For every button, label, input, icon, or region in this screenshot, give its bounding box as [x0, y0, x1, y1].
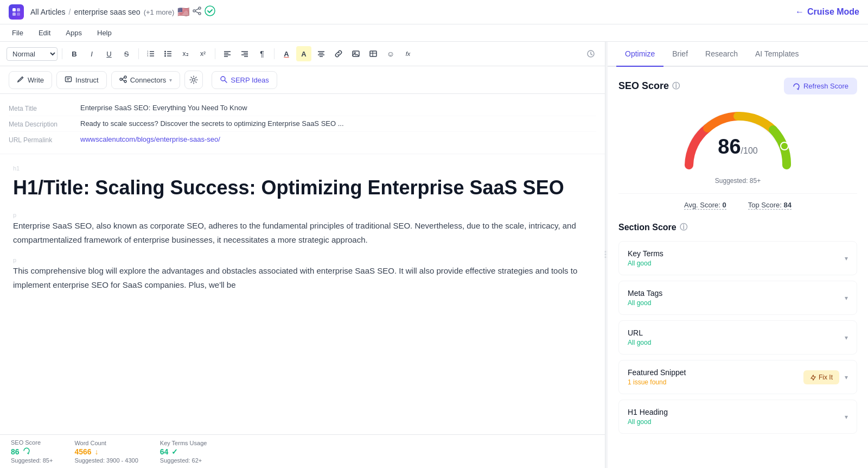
section-meta-tags-status: All good — [628, 299, 662, 307]
cruise-mode-button[interactable]: ← Cruise Mode — [795, 7, 859, 17]
menu-edit[interactable]: Edit — [35, 27, 54, 39]
align-center-button[interactable] — [314, 46, 329, 61]
fix-it-label: Fix It — [819, 374, 833, 381]
url-chevron-icon: ▾ — [845, 334, 848, 341]
seo-score-status-label: SEO Score — [11, 439, 53, 446]
svg-point-43 — [124, 76, 126, 78]
svg-point-35 — [354, 52, 356, 54]
check-icon[interactable] — [205, 5, 215, 18]
top-score: Top Score: 84 — [748, 200, 792, 210]
word-count-label: Word Count — [74, 440, 138, 446]
underline-button[interactable]: U — [101, 46, 117, 61]
toolbar-separator-1 — [62, 48, 62, 59]
meta-url-value[interactable]: wwwscalenutcom/blogs/enterprise-saas-seo… — [80, 135, 596, 143]
section-featured-snippet-header[interactable]: Featured Snippet 1 issue found Fix It ▾ — [619, 361, 857, 394]
connectors-chevron-icon: ▾ — [169, 77, 172, 83]
history-button[interactable] — [583, 46, 598, 61]
key-terms-status: Key Terms Usage 64 ✓ Suggested: 62+ — [160, 440, 207, 464]
serp-icon — [220, 75, 227, 85]
serp-ideas-label: SERP Ideas — [231, 76, 269, 84]
avg-score-label[interactable]: Avg. Score: 0 — [684, 201, 726, 210]
emoji-button[interactable]: ☺ — [383, 46, 398, 61]
section-score-title: Section Score — [618, 223, 676, 232]
format-select[interactable]: Normal Heading 1 Heading 2 Heading 3 — [7, 47, 58, 61]
menu-help[interactable]: Help — [94, 27, 115, 39]
section-h1-heading-title: H1 Heading — [628, 408, 668, 416]
fix-it-button[interactable]: Fix It — [803, 370, 839, 384]
flag-icon[interactable]: 🇺🇸 — [177, 6, 189, 18]
h1-heading[interactable]: H1/Title: Scaling Success: Optimizing En… — [13, 176, 592, 199]
settings-button[interactable] — [184, 71, 203, 89]
action-bar: Write Instruct Connectors ▾ — [0, 66, 605, 94]
section-score-header: Section Score ⓘ — [618, 223, 857, 232]
superscript-button[interactable]: x² — [195, 46, 210, 61]
key-terms-value: 64 ✓ — [160, 447, 207, 456]
menu-apps[interactable]: Apps — [62, 27, 85, 39]
write-button[interactable]: Write — [9, 71, 52, 89]
bold-button[interactable]: B — [67, 46, 82, 61]
link-button[interactable] — [331, 46, 346, 61]
instruct-button[interactable]: Instruct — [56, 71, 107, 89]
italic-button[interactable]: I — [84, 46, 99, 61]
serp-ideas-button[interactable]: SERP Ideas — [212, 71, 277, 89]
section-score-info-icon[interactable]: ⓘ — [680, 223, 687, 232]
unordered-list-button[interactable] — [161, 46, 176, 61]
section-featured-snippet: Featured Snippet 1 issue found Fix It ▾ — [618, 360, 857, 394]
seo-score-info-icon[interactable]: ⓘ — [672, 81, 680, 91]
section-url: URL All good ▾ — [618, 320, 857, 355]
paragraph-2[interactable]: This comprehensive blog will explore the… — [13, 264, 592, 292]
main-area: Normal Heading 1 Heading 2 Heading 3 B I… — [0, 42, 868, 468]
svg-line-7 — [195, 9, 199, 10]
top-bar: All Articles / enterprise saas seo (+1 m… — [0, 0, 868, 24]
svg-point-19 — [164, 51, 166, 53]
seo-score-refresh-icon[interactable] — [23, 447, 30, 456]
section-url-title: URL — [628, 328, 651, 337]
write-icon — [17, 75, 24, 85]
font-color-button[interactable]: A — [279, 46, 294, 61]
meta-title-value[interactable]: Enterprise SaaS SEO: Everything You Need… — [80, 104, 596, 112]
menu-file[interactable]: File — [9, 27, 27, 39]
align-right-button[interactable] — [237, 46, 252, 61]
content-editor[interactable]: h1 H1/Title: Scaling Success: Optimizing… — [0, 154, 605, 434]
breadcrumb-current[interactable]: enterprise saas seo — [74, 8, 140, 16]
formula-button[interactable]: fx — [400, 46, 416, 61]
subscript-button[interactable]: x₂ — [178, 46, 193, 61]
tab-research[interactable]: Research — [697, 42, 746, 67]
tab-optimize[interactable]: Optimize — [616, 42, 663, 67]
svg-rect-1 — [17, 8, 20, 11]
svg-rect-36 — [370, 51, 376, 56]
tab-brief[interactable]: Brief — [663, 42, 697, 67]
section-featured-snippet-title: Featured Snippet — [628, 368, 686, 377]
svg-rect-0 — [12, 8, 16, 11]
ordered-list-button[interactable]: 1.2.3. — [143, 46, 158, 61]
highlight-button[interactable]: A — [296, 46, 311, 61]
section-url-header[interactable]: URL All good ▾ — [619, 321, 857, 354]
breadcrumb-more[interactable]: (+1 more) — [144, 8, 175, 16]
svg-point-48 — [221, 77, 225, 81]
table-button[interactable] — [366, 46, 381, 61]
share-icon[interactable] — [193, 7, 201, 17]
meta-desc-row: Meta Description Ready to scale success?… — [9, 116, 596, 132]
meta-desc-value[interactable]: Ready to scale success? Discover the sec… — [80, 119, 596, 128]
top-score-label[interactable]: Top Score: 84 — [748, 201, 792, 210]
paragraph-button[interactable]: ¶ — [254, 46, 270, 61]
word-count-status: Word Count 4566 ↓ Suggested: 3900 - 4300 — [74, 440, 138, 464]
section-h1-heading-header[interactable]: H1 Heading All good ▾ — [619, 400, 857, 433]
refresh-score-button[interactable]: Refresh Score — [784, 78, 857, 94]
align-left-button[interactable] — [220, 46, 235, 61]
tab-ai-templates[interactable]: AI Templates — [746, 42, 808, 67]
image-button[interactable] — [348, 46, 363, 61]
paragraph-1[interactable]: Enterprise SaaS SEO, also known as corpo… — [13, 219, 592, 246]
meta-url-label: URL Permalink — [9, 135, 74, 144]
gauge-number: 86 — [718, 135, 741, 158]
strikethrough-button[interactable]: S — [119, 46, 134, 61]
section-url-status: All good — [628, 339, 651, 346]
seo-score-status-value: 86 — [11, 447, 53, 456]
status-bar: SEO Score 86 Suggested: 85+ Word Count 4… — [0, 434, 605, 468]
breadcrumb-all[interactable]: All Articles — [30, 8, 66, 16]
section-meta-tags-header[interactable]: Meta Tags All good ▾ — [619, 281, 857, 314]
seo-score-suggested: Suggested: 85+ — [11, 457, 53, 464]
connectors-icon — [119, 75, 127, 85]
section-key-terms-header[interactable]: Key Terms All good ▾ — [619, 242, 857, 275]
connectors-button[interactable]: Connectors ▾ — [111, 71, 180, 89]
